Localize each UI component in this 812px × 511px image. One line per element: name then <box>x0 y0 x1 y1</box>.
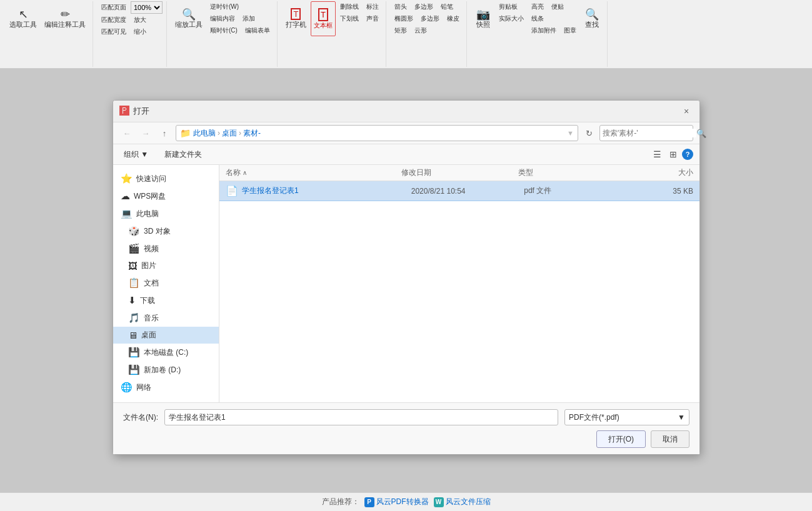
select-icon: ↖ <box>19 9 28 20</box>
sidebar-item-network[interactable]: 🌐 网络 <box>113 379 219 396</box>
organize-btn[interactable]: 组织 ▼ <box>119 147 153 162</box>
transform-section: 🔍 缩放工具 逆时针(W) 编辑内容 添加 顺时针(C) 编辑表单 <box>168 1 278 67</box>
sound-btn[interactable]: 声音 <box>363 13 382 24</box>
sidebar-item-quick-access[interactable]: ⭐ 快速访问 <box>113 170 219 187</box>
col-date-header: 修改日期 <box>401 167 518 178</box>
promo-icon-1: W <box>434 497 444 507</box>
file-row-0[interactable]: 📄 学生报名登记表1 2020/8/21 10:54 pdf 文件 35 KB <box>219 181 699 201</box>
search-icon[interactable]: 🔍 <box>696 129 706 138</box>
col-name-header[interactable]: 名称 ∧ <box>226 167 401 178</box>
edit-table-btn[interactable]: 编辑表单 <box>242 25 273 36</box>
nav-back-btn[interactable]: ← <box>119 126 134 141</box>
sidebar-item-downloads[interactable]: ⬇ 下载 <box>113 292 219 309</box>
pencil-btn[interactable]: 铅笔 <box>438 1 456 12</box>
file-date-0: 2020/8/21 10:54 <box>411 187 524 196</box>
nav-forward-btn[interactable]: → <box>138 126 153 141</box>
promo-text: 产品推荐： <box>322 497 359 507</box>
sidebar-item-this-pc[interactable]: 💻 此电脑 <box>113 205 219 222</box>
sidebar-item-desktop[interactable]: 🖥 桌面 <box>113 327 219 344</box>
new-folder-btn[interactable]: 新建文件夹 <box>160 147 206 162</box>
filename-input[interactable] <box>164 409 558 425</box>
address-part-1[interactable]: 桌面 <box>222 128 237 139</box>
search-box: 🔍 <box>599 125 693 141</box>
add-attach-btn[interactable]: 添加附件 <box>528 25 559 36</box>
address-dropdown-icon[interactable]: ▼ <box>567 129 574 137</box>
sidebar-item-music[interactable]: 🎵 音乐 <box>113 309 219 327</box>
sidebar-item-pictures[interactable]: 🖼 图片 <box>113 257 219 274</box>
add-btn[interactable]: 添加 <box>239 13 258 24</box>
nav-up-btn[interactable]: ↑ <box>157 126 172 141</box>
find-icon: 🔍 <box>585 9 599 20</box>
file-type-0: pdf 文件 <box>524 186 637 196</box>
cancel-btn[interactable]: 取消 <box>651 430 689 448</box>
zoom-out-btn[interactable]: 缩小 <box>131 26 149 37</box>
zoom-in-btn[interactable]: 放大 <box>131 14 149 26</box>
desktop-icon: 🖥 <box>128 330 138 340</box>
view-preview-btn[interactable]: ⊞ <box>666 147 681 162</box>
footer-btn-row: 打开(O) 取消 <box>123 430 689 448</box>
cloud-btn[interactable]: 云形 <box>411 25 430 36</box>
find-btn[interactable]: 🔍 查找 <box>581 1 603 36</box>
filetype-dropdown[interactable]: PDF文件(*.pdf) ▼ <box>564 409 689 425</box>
snap-section: 匹配页面 100% 匹配宽度 放大 匹配可见 缩小 <box>94 1 167 67</box>
wps-drive-icon: ☁ <box>121 191 130 202</box>
zoom-select[interactable]: 100% <box>131 1 163 14</box>
sort-arrow: ∧ <box>243 169 247 176</box>
mark-btn[interactable]: 标注 <box>363 1 382 12</box>
arrow-btn[interactable]: 箭头 <box>391 1 410 12</box>
promo-link-0[interactable]: P 风云PDF转换器 <box>364 497 429 507</box>
match-visible-btn[interactable]: 匹配可见 <box>98 26 129 37</box>
polygon1-btn[interactable]: 多边形 <box>411 1 436 12</box>
footer-filename-row: 文件名(N): PDF文件(*.pdf) ▼ <box>123 409 689 425</box>
col-type-header: 类型 <box>518 167 635 178</box>
ccw-btn[interactable]: 逆时针(W) <box>207 1 242 12</box>
file-name-0: 学生报名登记表1 <box>242 186 411 196</box>
view-buttons: ☰ ⊞ ? <box>649 147 693 162</box>
address-part-2[interactable]: 素材- <box>243 128 261 139</box>
sidebar-item-video[interactable]: 🎬 视频 <box>113 240 219 257</box>
promo-link-1[interactable]: W 风云文件压缩 <box>434 497 491 507</box>
select-tool-btn[interactable]: ↖ 选取工具 <box>6 1 40 36</box>
text-section: T 打字机 T 文本框 删除线 标注 下划线 声音 <box>279 1 386 67</box>
filename-label: 文件名(N): <box>123 412 158 423</box>
ellipse-btn[interactable]: 椭圆形 <box>391 13 416 24</box>
clipboard-btn[interactable]: 剪贴板 <box>496 1 521 12</box>
underline-btn[interactable]: 下划线 <box>337 13 362 24</box>
local-disk-c-icon: 💾 <box>128 347 140 358</box>
dialog-close-btn[interactable]: × <box>679 104 693 118</box>
textbox-btn[interactable]: T 文本框 <box>311 1 336 36</box>
highlight-btn[interactable]: 高亮 <box>528 1 547 12</box>
deleteline-btn[interactable]: 删除线 <box>337 1 362 12</box>
sidebar-item-3d-objects[interactable]: 🎲 3D 对象 <box>113 222 219 240</box>
match-width-btn[interactable]: 匹配宽度 <box>98 14 129 26</box>
view-list-btn[interactable]: ☰ <box>649 147 664 162</box>
typewriter-btn[interactable]: T 打字机 <box>283 1 309 36</box>
eraser-btn[interactable]: 橡皮 <box>444 13 463 24</box>
lineshape-btn[interactable]: 线条 <box>528 13 547 24</box>
search-input[interactable] <box>603 129 696 137</box>
polygon2-btn[interactable]: 多边形 <box>418 13 443 24</box>
edit-content-btn[interactable]: 编辑内容 <box>207 13 238 24</box>
edit-annotation-btn[interactable]: ✏ 编辑注释工具 <box>41 1 89 36</box>
sidebar-item-wps-drive[interactable]: ☁ WPS网盘 <box>113 187 219 205</box>
open-btn[interactable]: 打开(O) <box>596 430 646 448</box>
sidebar-item-documents[interactable]: 📋 文档 <box>113 274 219 292</box>
address-part-0[interactable]: 此电脑 <box>193 128 216 139</box>
nav-refresh-btn[interactable]: ↻ <box>582 126 596 140</box>
cw-btn[interactable]: 顺时针(C) <box>207 25 241 36</box>
local-disk-d-icon: 💾 <box>128 364 140 375</box>
view-help-btn[interactable]: ? <box>682 149 693 160</box>
main-toolbar: ↖ 选取工具 ✏ 编辑注释工具 匹配页面 100% 匹配宽度 放大 <box>0 0 812 69</box>
match-page-btn[interactable]: 匹配页面 <box>98 2 129 13</box>
music-icon: 🎵 <box>128 312 140 324</box>
quick-access-icon: ⭐ <box>121 173 133 184</box>
rectangle-btn[interactable]: 矩形 <box>391 25 410 36</box>
sidebar-item-local-disk-d[interactable]: 💾 新加卷 (D:) <box>113 361 219 379</box>
actual-size-btn[interactable]: 实际大小 <box>496 13 527 24</box>
stamp-btn[interactable]: 图章 <box>561 25 579 36</box>
screenshot-btn[interactable]: 📷 快照 <box>472 1 494 36</box>
note-btn[interactable]: 便贴 <box>548 1 567 12</box>
sidebar-item-local-disk-c[interactable]: 💾 本地磁盘 (C:) <box>113 344 219 361</box>
zoom-tool-btn[interactable]: 🔍 缩放工具 <box>172 1 206 36</box>
col-size-header: 大小 <box>635 167 694 178</box>
